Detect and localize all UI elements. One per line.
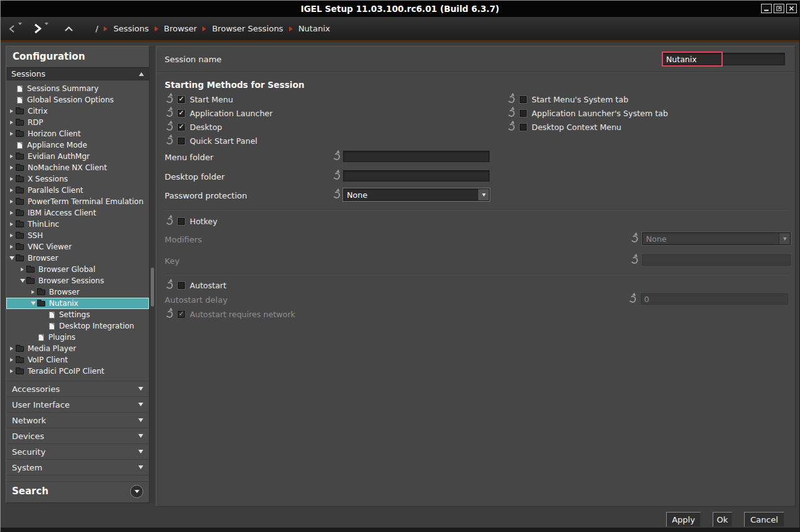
tree-item-teradici-pcoip-client[interactable]: Teradici PCoIP Client: [6, 366, 149, 377]
application-launcher-checkbox[interactable]: [177, 109, 185, 117]
tree-item-sessions-summary[interactable]: Sessions Summary: [6, 83, 149, 94]
tree-item-media-player[interactable]: Media Player: [6, 343, 149, 354]
expand-arrow-icon[interactable]: [8, 243, 16, 251]
sidebar-section-accessories[interactable]: Accessories: [6, 381, 149, 396]
expand-arrow-icon[interactable]: [8, 367, 16, 376]
hotkey-checkbox[interactable]: [177, 217, 185, 225]
start-menu-reset-button[interactable]: [165, 95, 173, 103]
autostart-checkbox[interactable]: [177, 281, 185, 290]
tree-item-x-sessions[interactable]: X Sessions: [6, 173, 149, 185]
ok-button[interactable]: Ok: [713, 512, 732, 527]
tree-item-voip-client[interactable]: VoIP Client: [6, 354, 149, 366]
desktop-reset-button[interactable]: [165, 122, 173, 131]
tree-item-appliance-mode[interactable]: Appliance Mode: [6, 139, 149, 151]
tree-item-horizon-client[interactable]: Horizon Client: [6, 128, 149, 139]
tree-item-ssh[interactable]: SSH: [6, 230, 149, 241]
expand-arrow-icon[interactable]: [8, 220, 16, 229]
expand-arrow-icon[interactable]: [8, 356, 16, 364]
minimize-button[interactable]: [761, 4, 772, 13]
expand-arrow-icon[interactable]: [18, 266, 26, 274]
tree-item-evidian-authmgr[interactable]: Evidian AuthMgr: [6, 151, 149, 162]
forward-history-button[interactable]: [45, 21, 48, 37]
tree-item-rdp[interactable]: RDP: [6, 117, 149, 128]
breadcrumb-item-browser[interactable]: Browser: [164, 24, 197, 33]
collapse-arrow-icon[interactable]: [29, 300, 37, 308]
autostart-delay-input[interactable]: [641, 293, 788, 305]
expand-arrow-icon[interactable]: [8, 209, 16, 217]
collapse-arrow-icon[interactable]: [18, 277, 26, 285]
desktop-context-menu-reset-button[interactable]: [507, 122, 515, 131]
expand-arrow-icon[interactable]: [8, 232, 16, 240]
back-button[interactable]: [8, 24, 16, 33]
key-reset-button[interactable]: [630, 256, 638, 264]
expand-arrow-icon[interactable]: [8, 164, 16, 172]
expand-arrow-icon[interactable]: [8, 107, 16, 116]
quick-start-panel-checkbox[interactable]: [177, 137, 185, 145]
expand-arrow-icon[interactable]: [8, 130, 16, 138]
sidebar-section-security[interactable]: Security: [6, 443, 149, 459]
tree-item-browser-global[interactable]: Browser Global: [6, 264, 149, 275]
key-input[interactable]: [642, 254, 791, 266]
breadcrumb-item-browser-sessions[interactable]: Browser Sessions: [212, 24, 283, 33]
sidebar-section-system[interactable]: System: [6, 459, 149, 475]
sidebar-section-user-interface[interactable]: User Interface: [6, 396, 149, 412]
up-button[interactable]: [64, 26, 74, 32]
autostart-delay-reset-button[interactable]: [628, 295, 637, 303]
expand-arrow-icon[interactable]: [8, 175, 16, 183]
breadcrumb-item-nutanix[interactable]: Nutanix: [299, 24, 331, 33]
expand-arrow-icon[interactable]: [8, 119, 16, 127]
tree-item-nomachine-nx-client[interactable]: NoMachine NX Client: [6, 162, 149, 173]
expand-arrow-icon[interactable]: [29, 288, 37, 296]
expand-arrow-icon[interactable]: [8, 153, 16, 161]
start-menu-system-tab-reset-button[interactable]: [507, 95, 515, 103]
menu-folder-input[interactable]: [343, 151, 490, 162]
forward-button[interactable]: [33, 23, 42, 34]
expand-arrow-icon[interactable]: [8, 198, 16, 206]
search-toggle-button[interactable]: [130, 485, 143, 498]
menu-folder-reset-button[interactable]: [332, 153, 341, 161]
back-history-button[interactable]: [18, 21, 22, 37]
quick-start-panel-reset-button[interactable]: [165, 136, 173, 144]
tree-item-nutanix-selected[interactable]: Nutanix: [6, 298, 149, 309]
tree-item-ibm-iaccess-client[interactable]: IBM iAccess Client: [6, 207, 149, 219]
sidebar-section-devices[interactable]: Devices: [6, 428, 149, 443]
desktop-context-menu-checkbox[interactable]: [519, 123, 527, 131]
sessions-section-header[interactable]: Sessions: [6, 67, 149, 80]
cancel-button[interactable]: Cancel: [744, 512, 784, 527]
hotkey-reset-button[interactable]: [165, 217, 173, 225]
sidebar-scrollbar[interactable]: [150, 46, 155, 503]
tree-item-powerterm-terminal-emulation[interactable]: PowerTerm Terminal Emulation: [6, 196, 149, 207]
sidebar-scrollbar-thumb[interactable]: [151, 268, 154, 307]
desktop-checkbox[interactable]: [177, 123, 185, 131]
expand-arrow-icon[interactable]: [8, 345, 16, 353]
maximize-button[interactable]: [774, 4, 784, 13]
autostart-reset-button[interactable]: [165, 281, 173, 289]
password-protection-select[interactable]: None: [343, 188, 490, 201]
tree-item-plugins[interactable]: Plugins: [6, 332, 149, 343]
application-launcher-system-tab-checkbox[interactable]: [519, 109, 527, 117]
collapse-arrow-icon[interactable]: [8, 254, 16, 263]
dropdown-arrow-button[interactable]: [478, 189, 489, 200]
tree-item-browser-child[interactable]: Browser: [6, 286, 149, 298]
breadcrumb-item-sessions[interactable]: Sessions: [113, 24, 148, 33]
start-menu-system-tab-checkbox[interactable]: [519, 95, 527, 104]
breadcrumb-root[interactable]: /: [96, 24, 98, 33]
tree-item-parallels-client[interactable]: Parallels Client: [6, 185, 149, 196]
close-button[interactable]: [786, 4, 797, 13]
desktop-folder-input[interactable]: [343, 170, 490, 182]
autostart-requires-network-reset-button[interactable]: [165, 310, 173, 318]
tree-item-citrix[interactable]: Citrix: [6, 106, 149, 117]
autostart-requires-network-checkbox[interactable]: [177, 310, 185, 318]
tree-item-vnc-viewer[interactable]: VNC Viewer: [6, 241, 149, 252]
modifiers-reset-button[interactable]: [630, 235, 638, 243]
application-launcher-reset-button[interactable]: [165, 109, 173, 117]
desktop-folder-reset-button[interactable]: [332, 172, 341, 180]
tree-item-browser-sessions[interactable]: Browser Sessions: [6, 275, 149, 286]
apply-button[interactable]: Apply: [666, 512, 701, 527]
tree-item-settings[interactable]: Settings: [6, 309, 149, 320]
tree-item-browser[interactable]: Browser: [6, 252, 149, 264]
password-protection-reset-button[interactable]: [332, 191, 341, 199]
start-menu-checkbox[interactable]: [177, 95, 185, 104]
application-launcher-system-tab-reset-button[interactable]: [507, 109, 515, 117]
session-name-input[interactable]: Nutanix: [662, 53, 785, 65]
